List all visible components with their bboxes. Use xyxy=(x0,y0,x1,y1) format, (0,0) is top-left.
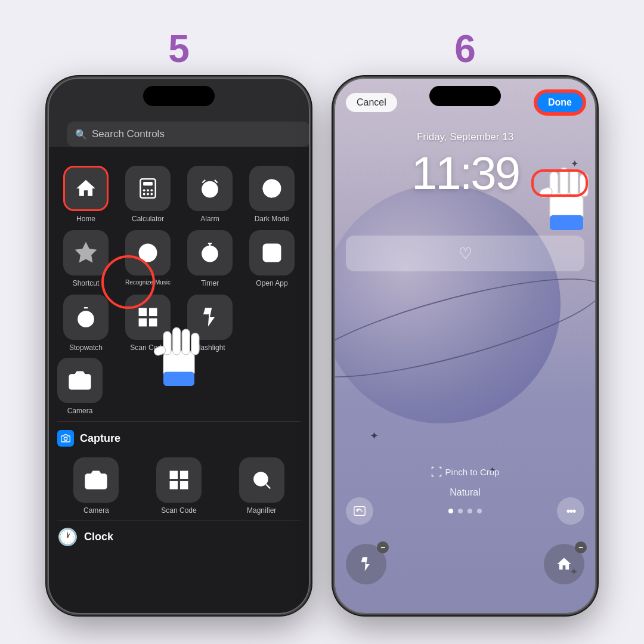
svg-rect-41 xyxy=(172,484,175,487)
style-gallery-icon[interactable] xyxy=(346,497,373,525)
capture-section-icon xyxy=(57,430,74,447)
control-calculator[interactable]: Calculator xyxy=(119,166,177,223)
clock-icon: 🕐 xyxy=(57,527,78,547)
pinch-text: Pinch to Crop xyxy=(334,466,596,477)
control-shortcut[interactable]: Shortcut xyxy=(57,230,114,287)
svg-point-2 xyxy=(143,189,145,191)
control-home[interactable]: Home xyxy=(57,166,114,223)
capture-icon xyxy=(61,434,70,443)
dot1 xyxy=(448,509,453,513)
shortcut-icon-wrap xyxy=(63,230,109,275)
svg-rect-39 xyxy=(172,473,175,476)
camera-main-icon xyxy=(69,369,91,392)
widget-flashlight-icon xyxy=(358,556,374,572)
controls-grid: Home Calculator xyxy=(48,160,310,358)
flashlight-icon xyxy=(199,306,221,329)
timer-label: Timer xyxy=(201,279,219,287)
done-button[interactable]: Done xyxy=(535,91,584,114)
control-camera-main[interactable]: Camera xyxy=(57,358,103,415)
svg-point-7 xyxy=(150,193,153,196)
step5-number: 5 xyxy=(168,30,190,68)
control-music[interactable]: Recognize Music xyxy=(119,230,177,287)
capture-scan-icon xyxy=(168,469,190,491)
scan-icon xyxy=(137,306,159,329)
search-icon: 🔍 xyxy=(75,129,87,140)
svg-line-10 xyxy=(215,180,218,183)
svg-rect-29 xyxy=(141,311,144,314)
openapp-label: Open App xyxy=(256,279,287,287)
music-icon-wrap xyxy=(125,230,171,275)
alarm-icon xyxy=(199,177,221,200)
darkmode-icon-wrap xyxy=(249,166,295,211)
capture-magnifier-wrap xyxy=(239,457,284,503)
more-dots-icon: ••• xyxy=(566,504,575,518)
search-bar[interactable]: 🔍 Search Controls xyxy=(67,122,310,147)
svg-point-54 xyxy=(357,509,358,511)
shortcut-label: Shortcut xyxy=(73,279,100,287)
crop-icon xyxy=(431,466,442,477)
style-more-icon[interactable]: ••• xyxy=(557,497,584,525)
home-label: Home xyxy=(76,215,95,223)
control-timer[interactable]: Timer xyxy=(181,230,239,287)
capture-camera[interactable]: Camera xyxy=(57,457,135,515)
dot2 xyxy=(458,509,463,513)
svg-point-3 xyxy=(147,189,149,191)
svg-line-43 xyxy=(266,484,270,488)
flashlight-label: Flashlight xyxy=(194,343,225,352)
svg-line-9 xyxy=(202,180,205,183)
dot4 xyxy=(477,509,482,513)
pinch-label: Pinch to Crop xyxy=(445,467,500,477)
widget-flashlight[interactable]: − xyxy=(346,544,386,584)
svg-rect-53 xyxy=(354,507,365,516)
stopwatch-label: Stopwatch xyxy=(69,343,103,352)
clock-label: Clock xyxy=(84,531,113,543)
alarm-icon-wrap xyxy=(187,166,233,211)
svg-point-32 xyxy=(76,377,84,385)
stopwatch-icon xyxy=(75,306,97,329)
alarm-label: Alarm xyxy=(200,215,219,223)
dot3 xyxy=(467,509,472,513)
capture-magnifier-icon xyxy=(250,469,273,491)
svg-point-33 xyxy=(64,437,67,440)
openapp-icon-wrap xyxy=(249,230,295,275)
svg-rect-28 xyxy=(150,319,156,326)
camera-main-icon-wrap xyxy=(57,358,103,403)
darkmode-label: Dark Mode xyxy=(255,215,290,223)
music-label: Recognize Music xyxy=(125,279,171,286)
step6-section: 6 ✦ ✦ ✦ ✦ Cancel Done xyxy=(334,30,596,614)
capture-section-header: Capture xyxy=(48,422,310,451)
control-scan[interactable]: Scan Code xyxy=(119,295,177,352)
control-flashlight[interactable]: Flashlight xyxy=(181,295,239,352)
dynamic-island-5 xyxy=(143,86,215,106)
capture-scan[interactable]: Scan Code xyxy=(140,457,218,515)
capture-scan-wrap xyxy=(156,457,202,503)
capture-scan-label: Scan Code xyxy=(161,506,196,515)
phone5: 🔍 Search Controls Home xyxy=(48,78,310,614)
control-darkmode[interactable]: Dark Mode xyxy=(243,166,301,223)
lock-date: Friday, September 13 xyxy=(334,131,596,143)
capture-camera-wrap xyxy=(73,457,119,503)
flashlight-icon-wrap xyxy=(187,295,233,340)
control-alarm[interactable]: Alarm xyxy=(181,166,239,223)
phone5-screen: 🔍 Search Controls Home xyxy=(48,78,310,614)
widget-home[interactable]: − xyxy=(544,544,584,584)
widget-minus-flashlight: − xyxy=(377,541,389,553)
lock-time: 11:39 xyxy=(334,146,596,200)
timer-icon-wrap xyxy=(187,230,233,275)
control-stopwatch[interactable]: Stopwatch xyxy=(57,295,114,352)
sparkle1: ✦ xyxy=(370,429,379,442)
capture-magnifier[interactable]: Magnifier xyxy=(222,457,301,515)
step6-number: 6 xyxy=(454,30,476,68)
dot-row xyxy=(448,509,482,513)
control-openapp[interactable]: Open App xyxy=(243,230,301,287)
svg-rect-1 xyxy=(143,182,153,185)
svg-point-14 xyxy=(146,251,150,255)
svg-rect-61 xyxy=(550,215,583,230)
home-icon xyxy=(75,177,97,200)
natural-text: Natural xyxy=(334,487,596,498)
calculator-label: Calculator xyxy=(132,215,164,223)
shortcut-icon xyxy=(75,242,97,264)
cancel-button[interactable]: Cancel xyxy=(346,93,397,112)
svg-rect-40 xyxy=(182,473,185,476)
svg-point-4 xyxy=(150,189,153,191)
